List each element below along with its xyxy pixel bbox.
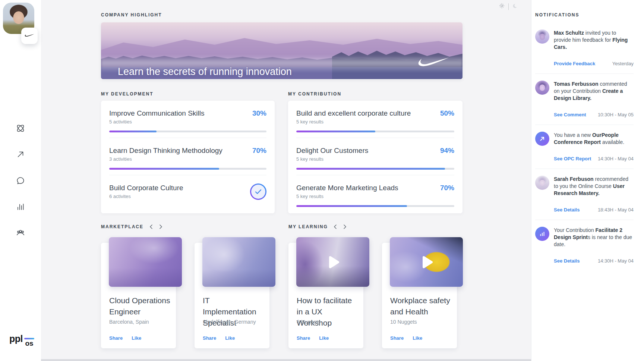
notification-text: Sarah Ferbuson recommended to you the On… [554,176,634,197]
notification-text: Max Schultz invited you to provide him f… [554,29,634,51]
network-icon[interactable] [16,123,25,133]
like-link[interactable]: Like [132,335,141,341]
contribution-item[interactable]: Build and excellent corporate culture 50… [296,101,454,138]
toggle-divider [508,3,509,10]
stats-icon[interactable] [16,202,25,211]
like-link[interactable]: Like [319,335,329,341]
job-photo[interactable] [109,237,182,287]
nike-swoosh-icon [24,34,35,38]
card-actions: Share Like [390,335,422,341]
progress-fill [296,205,407,207]
card-nuggets: 10 Nuggets [390,319,417,325]
contribution-item[interactable]: Generate More Marketing Leads 70% 5 key … [296,175,454,213]
contribution-item[interactable]: Delight Our Customers 94% 5 key results [296,138,454,175]
play-icon[interactable] [322,252,343,273]
chevron-left-icon[interactable] [333,225,338,229]
course-video-thumbnail[interactable] [390,237,463,287]
my-learning-header: MY LEARNING [288,224,347,229]
development-item[interactable]: Build Corporate Culture 6 activites [109,175,266,213]
see-details-link[interactable]: See Details [554,207,580,213]
job-photo[interactable] [202,237,275,287]
section-label: MARKETPLACE [101,224,143,229]
notifications-list: Max Schultz invited you to provide him f… [535,23,634,271]
tomas-ferbusson-avatar[interactable] [535,81,549,95]
logo-ppl-text: ppl [9,334,23,343]
notification-text: You have a new OurPeople Conference Repo… [554,132,634,146]
nike-swoosh-icon [416,57,451,70]
progress-bar [109,168,266,170]
learning-card[interactable]: Workplace safety and Health 10 Nuggets S… [382,243,457,348]
section-label: MY LEARNING [288,224,328,229]
see-opc-report-link[interactable]: See OPC Report [554,156,591,161]
notification-time: 14:30H - May 04 [598,156,634,161]
like-link[interactable]: Like [413,335,422,341]
company-highlight-banner[interactable]: Learn the secrets of running innovation [101,22,463,79]
left-sidebar: ppl os [0,0,41,361]
notifications-title: NOTIFICATIONS [535,12,634,18]
my-contribution-header: MY CONTRIBUTION [288,91,341,97]
moon-icon[interactable] [512,3,518,10]
play-icon[interactable] [416,252,437,273]
section-label: MY DEVELOPMENT [101,91,153,97]
see-details-link[interactable]: See Details [554,258,580,264]
goal-title: Improve Communication Skills [109,109,205,117]
trend-arrow-icon[interactable] [16,150,25,159]
due-date-stats-icon[interactable] [535,227,549,241]
development-item[interactable]: Improve Communication Skills 30% 5 activ… [109,101,266,138]
completed-check-badge[interactable] [250,183,266,200]
share-link[interactable]: Share [297,335,310,341]
banner-title: Learn the secrets of running innovation [118,66,356,78]
report-arrow-icon[interactable] [535,132,549,146]
course-video-thumbnail[interactable] [296,237,369,287]
notifications-panel: NOTIFICATIONS Max Schultz invited you to… [531,0,644,361]
notification-item[interactable]: Sarah Ferbuson recommended to you the On… [535,169,634,220]
notification-item[interactable]: Tomas Ferbusson commented on your Contri… [535,74,634,125]
sun-icon[interactable] [499,3,505,10]
marketplace-card[interactable]: IT Implementation Specialist Sindelfinge… [195,243,269,348]
section-label: MY CONTRIBUTION [288,91,341,97]
marketplace-card[interactable]: Cloud Operations Engineer Barcelona, Spa… [101,243,176,348]
theme-toggle[interactable] [499,3,518,10]
goal-percent: 50% [440,109,454,117]
chat-icon[interactable] [16,176,25,185]
like-link[interactable]: Like [225,335,235,341]
goal-title: Build Corporate Culture [109,184,183,192]
marketplace-header: MARKETPLACE [101,224,163,229]
goal-title: Learn Design Thinking Methodology [109,147,222,155]
company-highlight-header: COMPANY HIGHLIGHT [101,12,162,18]
goal-subtitle: 6 activites [109,194,266,199]
max-schultz-avatar[interactable] [535,29,549,44]
people-icon[interactable] [16,228,25,238]
share-link[interactable]: Share [109,335,123,341]
notification-item[interactable]: Max Schultz invited you to provide him f… [535,23,634,74]
goal-subtitle: 5 key results [296,194,454,199]
progress-bar [296,131,454,132]
notification-time: 10:30H - May 05 [598,112,634,117]
sidebar-nav [0,123,41,238]
scroll-strip[interactable] [41,359,531,361]
notification-item[interactable]: Your Contribution Facilitate 2 Design Sp… [535,220,634,271]
main-content: COMPANY HIGHLIGHT Learn the secrets of r… [101,0,463,361]
chevron-left-icon[interactable] [149,225,153,229]
development-item[interactable]: Learn Design Thinking Methodology 70% 3 … [109,138,266,175]
goal-percent: 30% [252,109,266,117]
provide-feedback-link[interactable]: Provide Feedback [554,61,595,66]
progress-fill [109,168,219,170]
learning-card[interactable]: How to facilitate in a UX Workshop 6 Nug… [288,243,363,348]
progress-fill [296,168,445,170]
see-comment-link[interactable]: See Comment [554,112,586,117]
sarah-ferbuson-avatar[interactable] [535,176,549,190]
notification-item[interactable]: You have a new OurPeople Conference Repo… [535,125,634,169]
chevron-right-icon[interactable] [158,225,163,229]
share-link[interactable]: Share [203,335,216,341]
card-location: Barcelona, Spain [109,319,149,325]
company-badge[interactable] [21,28,38,44]
marketplace-cards: Cloud Operations Engineer Barcelona, Spa… [101,237,288,349]
my-learning-cards: How to facilitate in a UX Workshop 6 Nug… [288,237,463,349]
goal-title: Delight Our Customers [296,147,368,155]
my-development-header: MY DEVELOPMENT [101,91,153,97]
share-link[interactable]: Share [390,335,404,341]
card-title: Workplace safety and Health [390,295,452,317]
card-actions: Share Like [109,335,141,341]
chevron-right-icon[interactable] [343,225,347,229]
